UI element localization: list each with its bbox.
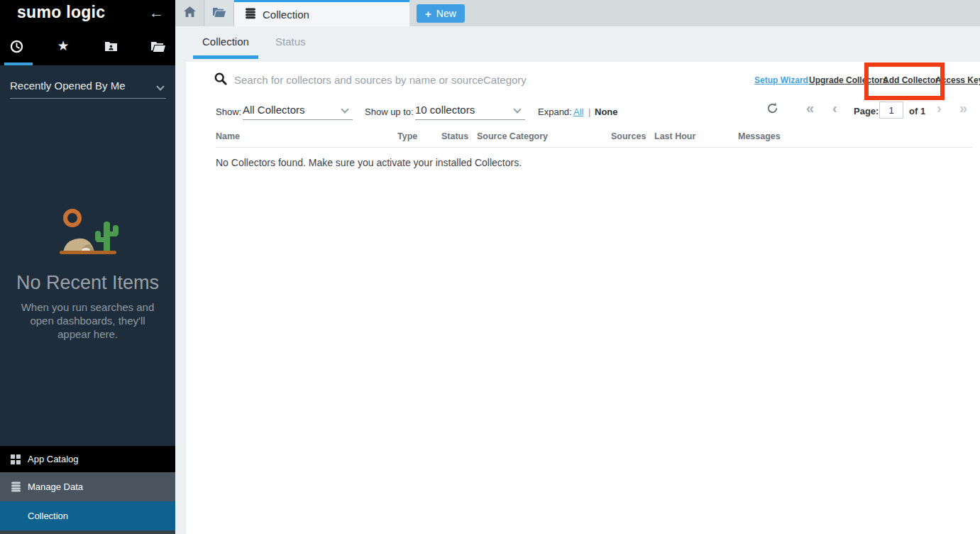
column-header-messages[interactable]: Messages xyxy=(738,131,973,147)
page-label: Page: xyxy=(854,106,879,116)
browse-tab-button[interactable] xyxy=(205,0,234,26)
sidebar-item-collection[interactable]: Collection xyxy=(0,501,175,530)
home-tab-button[interactable] xyxy=(175,0,204,26)
show-filter-dropdown[interactable]: All Collectors xyxy=(243,104,305,116)
column-header-sources[interactable]: Sources xyxy=(611,131,654,147)
recents-clock-icon[interactable] xyxy=(9,38,24,54)
first-page-icon[interactable]: « xyxy=(806,100,814,116)
main-area: Collection + New Collection Status Setup… xyxy=(175,0,980,534)
no-recent-items-description: When you run searches and open dashboard… xyxy=(14,300,161,341)
sidebar-bottom-divider xyxy=(0,530,175,534)
expand-all-link[interactable]: All xyxy=(573,107,583,117)
next-page-icon[interactable]: › xyxy=(937,100,942,116)
expand-label: Expand: xyxy=(538,107,572,117)
library-open-folder-icon[interactable] xyxy=(150,38,166,54)
page-number-input[interactable] xyxy=(879,102,903,119)
collection-database-icon xyxy=(245,8,256,21)
add-collector-link[interactable]: Add Collector xyxy=(883,75,939,85)
collection-label: Collection xyxy=(28,511,68,521)
desert-empty-state-illustration xyxy=(0,206,175,263)
column-header-source-category[interactable]: Source Category xyxy=(477,131,611,147)
home-icon xyxy=(184,6,196,20)
new-button[interactable]: + New xyxy=(417,4,465,23)
recently-opened-label: Recently Opened By Me xyxy=(10,80,126,92)
upgrade-collectors-link[interactable]: Upgrade Collectors xyxy=(809,75,888,85)
sidebar: sumo logic ← ★ Recently Opened By Me xyxy=(0,0,175,534)
sumo-logic-logo: sumo logic xyxy=(17,3,105,22)
sidebar-item-manage-data[interactable]: Manage Data xyxy=(0,472,175,501)
tab-label: Collection xyxy=(263,9,309,21)
sidebar-item-app-catalog[interactable]: App Catalog xyxy=(0,446,175,472)
collection-window-tab[interactable]: Collection xyxy=(234,0,409,26)
column-header-type[interactable]: Type xyxy=(397,131,441,147)
column-header-name[interactable]: Name xyxy=(216,131,397,147)
recently-opened-dropdown[interactable]: Recently Opened By Me xyxy=(10,80,166,99)
column-header-last-hour[interactable]: Last Hour xyxy=(654,131,738,147)
chevron-down-icon xyxy=(156,82,164,90)
new-button-label: New xyxy=(436,8,456,19)
no-recent-items-title: No Recent Items xyxy=(0,272,175,294)
tab-collection[interactable]: Collection xyxy=(193,26,258,59)
grid-icon xyxy=(11,454,21,464)
open-folder-icon xyxy=(213,7,226,20)
search-input[interactable] xyxy=(234,71,674,88)
search-icon xyxy=(214,72,227,88)
last-page-icon[interactable]: » xyxy=(959,100,967,116)
favorites-star-icon[interactable]: ★ xyxy=(55,38,71,54)
limit-filter-label: Show up to: xyxy=(365,107,414,117)
plus-icon: + xyxy=(425,8,431,20)
limit-filter-underline xyxy=(415,119,525,120)
active-section-indicator xyxy=(4,62,33,65)
show-filter-label: Show: xyxy=(216,107,241,117)
database-icon xyxy=(11,481,21,492)
access-keys-link[interactable]: Access Keys xyxy=(935,75,980,85)
prev-page-icon[interactable]: ‹ xyxy=(832,100,837,116)
collapse-sidebar-arrow-icon[interactable]: ← xyxy=(149,4,164,21)
setup-wizard-link[interactable]: Setup Wizard xyxy=(754,75,808,85)
expand-none-link[interactable]: None xyxy=(595,107,618,117)
empty-table-message: No Collectors found. Make sure you activ… xyxy=(216,157,522,168)
app-catalog-label: App Catalog xyxy=(28,454,79,464)
collector-table-header: Name Type Status Source Category Sources… xyxy=(216,131,973,148)
column-header-status[interactable]: Status xyxy=(441,131,477,147)
page-subheader: Collection Status xyxy=(175,26,980,62)
refresh-icon[interactable] xyxy=(766,102,778,117)
page-count-label: of 1 xyxy=(909,106,925,116)
show-filter-underline xyxy=(243,119,353,120)
manage-data-label: Manage Data xyxy=(28,481,83,492)
sidebar-header: sumo logic ← ★ xyxy=(0,0,175,65)
shared-content-folder-icon[interactable] xyxy=(103,38,119,54)
limit-filter-dropdown[interactable]: 10 collectors xyxy=(415,104,475,116)
expand-separator: | xyxy=(588,107,590,117)
tab-status[interactable]: Status xyxy=(266,26,315,59)
top-tab-strip: Collection + New xyxy=(175,0,980,26)
